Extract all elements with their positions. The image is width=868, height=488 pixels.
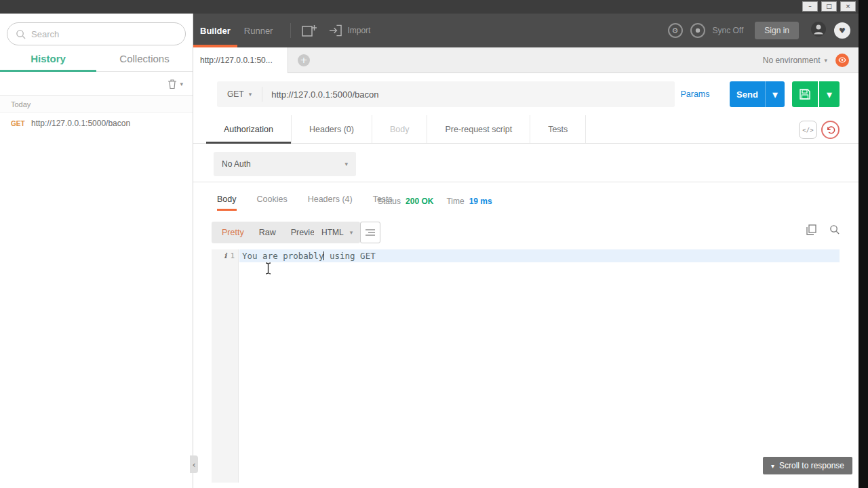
url-bar: GET ▾ http://127.0.0.1:5000/bacon (217, 81, 675, 107)
info-icon: i (224, 251, 226, 260)
generate-code-button[interactable]: </> (799, 121, 817, 139)
wrap-lines-icon (366, 228, 375, 237)
environment-selector[interactable]: No environment ▾ (763, 56, 827, 65)
auth-type-dropdown[interactable]: No Auth ▾ (214, 152, 356, 176)
response-body-line[interactable]: You are probably using GET (242, 249, 376, 262)
chevron-down-icon: ▾ (350, 229, 353, 236)
response-tab-headers[interactable]: Headers (4) (308, 195, 353, 211)
request-editor-tabs: Authorization Headers (0) Body Pre-reque… (193, 115, 859, 144)
new-tab-window-button[interactable] (302, 24, 317, 37)
response-tab-cookies[interactable]: Cookies (257, 195, 288, 211)
environment-area: No environment ▾ (763, 54, 859, 67)
send-options-button[interactable]: ▾ (765, 81, 785, 107)
window-restore-button[interactable]: □ (821, 1, 837, 12)
response-meta: Status 200 OK Time 19 ms (378, 197, 492, 206)
history-date-header: Today (0, 96, 193, 113)
import-label: Import (347, 26, 370, 35)
user-avatar-icon[interactable] (810, 21, 827, 40)
scroll-to-response-label: Scroll to response (779, 461, 844, 470)
add-tab-button[interactable]: + (298, 54, 310, 66)
mouse-ibeam-cursor (264, 262, 272, 274)
copy-response-button[interactable] (806, 224, 816, 238)
view-pretty[interactable]: Pretty (214, 222, 252, 243)
tab-prerequest-script[interactable]: Pre-request script (427, 115, 530, 143)
main-area: Builder Runner Import ⚙ Sync Off Sign in (193, 14, 859, 488)
tab-history[interactable]: History (0, 47, 96, 71)
request-tab-title: http://127.0.0.1:50... (200, 56, 273, 65)
chevron-down-icon: ▾ (344, 161, 348, 167)
send-split-button: Send ▾ (730, 81, 785, 107)
history-url: http://127.0.0.1:5000/bacon (31, 119, 130, 128)
sidebar-tabs: History Collections (0, 47, 193, 72)
reset-request-button[interactable] (821, 121, 840, 139)
search-icon (16, 29, 26, 39)
window-titlebar: – □ × (0, 0, 868, 14)
save-floppy-icon (800, 89, 810, 100)
new-window-icon (302, 24, 317, 37)
response-section: Body Cookies Headers (4) Tests Status 20… (193, 182, 859, 488)
chevron-down-icon: ▾ (180, 81, 183, 87)
save-button[interactable] (792, 81, 818, 107)
send-button[interactable]: Send (730, 81, 765, 107)
time-value: 19 ms (469, 197, 492, 206)
settings-gear-icon[interactable]: ⚙ (668, 23, 683, 38)
line-wrap-button[interactable] (360, 222, 380, 243)
response-body-editor[interactable]: i 1 You are probably using GET (212, 249, 840, 483)
scroll-to-response-button[interactable]: ▾ Scroll to response (763, 457, 852, 474)
params-button[interactable]: Params (668, 81, 722, 107)
history-item[interactable]: GET http://127.0.0.1:5000/bacon (0, 113, 193, 134)
chevron-down-icon: ▾ (249, 91, 252, 98)
body-text-after-cursor: using GET (324, 251, 375, 261)
chevron-down-icon: ▾ (771, 462, 774, 470)
copy-icon (806, 224, 816, 235)
open-request-tab[interactable]: http://127.0.0.1:50... (193, 47, 288, 73)
sign-in-button[interactable]: Sign in (755, 22, 799, 39)
clear-history-button[interactable]: ▾ (167, 79, 183, 89)
auth-type-value: No Auth (222, 159, 251, 169)
app-header: Builder Runner Import ⚙ Sync Off Sign in (193, 14, 859, 47)
save-options-button[interactable]: ▾ (819, 81, 840, 107)
response-tabs: Body Cookies Headers (4) Tests (217, 195, 393, 211)
sync-icon[interactable] (690, 23, 705, 38)
editor-gutter: i 1 (212, 249, 239, 483)
eye-icon (838, 57, 846, 63)
nav-builder[interactable]: Builder (193, 14, 237, 47)
gutter-line-1: i 1 (212, 249, 239, 262)
history-method-badge: GET (11, 120, 31, 127)
tab-body[interactable]: Body (372, 115, 428, 143)
tab-collections[interactable]: Collections (96, 47, 193, 71)
window-close-button[interactable]: × (840, 1, 856, 12)
time-label: Time (446, 197, 464, 206)
import-icon (329, 24, 342, 37)
url-input[interactable]: http://127.0.0.1:5000/bacon (262, 89, 675, 100)
response-view-toggle: Pretty Raw Preview (212, 222, 331, 243)
sidebar-collapse-handle[interactable]: ‹ (190, 455, 198, 473)
heart-icon[interactable]: ♥ (834, 22, 850, 39)
chevron-down-icon: ▾ (824, 57, 827, 64)
environment-value: No environment (763, 56, 821, 65)
search-box[interactable] (7, 22, 186, 45)
window-minimize-button[interactable]: – (802, 1, 818, 12)
header-divider (290, 23, 291, 38)
person-icon (810, 21, 827, 37)
tab-headers[interactable]: Headers (0) (292, 115, 372, 143)
view-raw[interactable]: Raw (252, 222, 283, 243)
nav-runner[interactable]: Runner (237, 14, 280, 47)
undo-icon (826, 125, 835, 135)
body-text-before-cursor: You are probably (242, 251, 323, 261)
sidebar: History Collections ▾ Today GET http://1… (0, 14, 193, 488)
save-split-button: ▾ (792, 81, 840, 107)
import-button[interactable]: Import (329, 24, 370, 37)
method-dropdown[interactable]: GET ▾ (217, 87, 262, 102)
window-right-edge (859, 0, 868, 488)
sync-dot-icon (694, 27, 701, 34)
format-value: HTML (321, 228, 344, 237)
tab-tests[interactable]: Tests (530, 115, 586, 143)
search-response-button[interactable] (829, 224, 840, 237)
tab-authorization[interactable]: Authorization (206, 115, 292, 143)
format-dropdown[interactable]: HTML ▾ (314, 222, 360, 243)
response-tab-body[interactable]: Body (217, 195, 237, 211)
search-input[interactable] (31, 29, 177, 39)
environment-quicklook-button[interactable] (835, 54, 849, 67)
history-toolbar: ▾ (0, 73, 193, 96)
